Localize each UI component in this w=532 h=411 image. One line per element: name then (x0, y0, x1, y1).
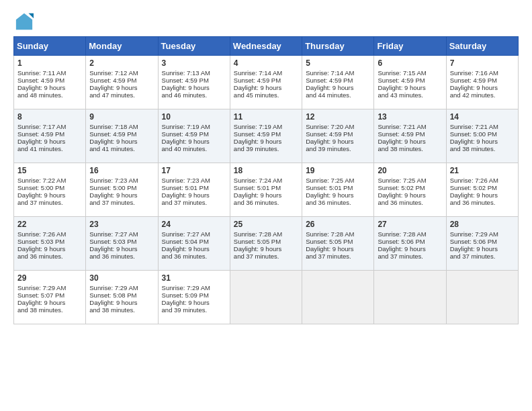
day-number: 21 (450, 166, 515, 175)
day-cell-21: 21Sunrise: 7:26 AMSunset: 5:02 PMDayligh… (446, 163, 518, 217)
day-info-line: and 38 minutes. (17, 306, 82, 314)
day-info-line: and 44 minutes. (306, 91, 370, 99)
day-number: 3 (162, 58, 226, 68)
day-info-line: and 39 minutes. (306, 145, 370, 152)
day-info-line: Sunset: 5:02 PM (450, 184, 515, 191)
day-info-line: Sunset: 5:00 PM (89, 184, 154, 191)
day-number: 8 (17, 112, 82, 122)
day-number: 4 (234, 58, 298, 68)
day-info-line: and 36 minutes. (89, 253, 154, 260)
day-number: 25 (234, 220, 298, 229)
day-info-line: Daylight: 9 hours (89, 245, 154, 253)
day-info-line: Sunrise: 7:28 AM (234, 230, 298, 238)
day-number: 6 (378, 58, 442, 68)
day-info-line: Daylight: 9 hours (306, 245, 370, 253)
day-info-line: Sunset: 5:03 PM (17, 238, 82, 245)
day-info-line: Daylight: 9 hours (162, 191, 226, 199)
day-info-line: Sunrise: 7:22 AM (17, 177, 82, 184)
day-info-line: Sunrise: 7:12 AM (89, 69, 154, 77)
day-number: 10 (162, 112, 226, 122)
day-info-line: and 36 minutes. (450, 199, 515, 206)
day-info-line: Sunset: 4:59 PM (89, 77, 154, 84)
col-header-saturday: Saturday (446, 37, 518, 56)
day-cell-30: 30Sunrise: 7:29 AMSunset: 5:08 PMDayligh… (86, 271, 158, 324)
day-info-line: Sunset: 5:01 PM (234, 184, 298, 191)
day-info-line: Daylight: 9 hours (17, 299, 82, 306)
day-number: 29 (17, 273, 82, 283)
col-header-monday: Monday (86, 37, 158, 56)
day-info-line: and 36 minutes. (162, 253, 226, 260)
day-info-line: Daylight: 9 hours (89, 299, 154, 306)
col-header-sunday: Sunday (14, 37, 86, 56)
day-info-line: Daylight: 9 hours (162, 299, 226, 306)
day-info-line: Daylight: 9 hours (162, 138, 226, 145)
week-row-5: 29Sunrise: 7:29 AMSunset: 5:07 PMDayligh… (14, 271, 519, 324)
day-info-line: and 39 minutes. (162, 306, 226, 314)
day-cell-25: 25Sunrise: 7:28 AMSunset: 5:05 PMDayligh… (230, 217, 302, 271)
day-number: 12 (306, 112, 370, 122)
day-cell-5: 5Sunrise: 7:14 AMSunset: 4:59 PMDaylight… (302, 56, 374, 109)
day-info-line: Sunset: 5:08 PM (89, 291, 154, 299)
day-info-line: Sunset: 5:06 PM (378, 238, 442, 245)
day-info-line: and 48 minutes. (17, 91, 82, 99)
day-info-line: Sunset: 5:07 PM (17, 291, 82, 299)
day-info-line: Sunset: 4:59 PM (378, 77, 442, 84)
day-info-line: Sunrise: 7:26 AM (17, 230, 82, 238)
day-info-line: and 42 minutes. (450, 91, 515, 99)
day-number: 19 (306, 166, 370, 175)
day-number: 27 (378, 220, 442, 229)
day-info-line: Sunrise: 7:27 AM (162, 230, 226, 238)
day-info-line: Daylight: 9 hours (89, 138, 154, 145)
day-info-line: and 36 minutes. (234, 199, 298, 206)
day-cell-31: 31Sunrise: 7:29 AMSunset: 5:09 PMDayligh… (158, 271, 230, 324)
day-info-line: Sunset: 5:01 PM (306, 184, 370, 191)
day-info-line: Daylight: 9 hours (234, 245, 298, 253)
day-info-line: Daylight: 9 hours (378, 245, 442, 253)
day-info-line: Sunset: 4:59 PM (234, 77, 298, 84)
day-number: 1 (17, 58, 82, 68)
day-cell-29: 29Sunrise: 7:29 AMSunset: 5:07 PMDayligh… (14, 271, 86, 324)
page-container: SundayMondayTuesdayWednesdayThursdayFrid… (0, 0, 532, 331)
day-info-line: Sunrise: 7:26 AM (450, 177, 515, 184)
day-number: 7 (450, 58, 515, 68)
day-info-line: Sunrise: 7:21 AM (378, 123, 442, 130)
week-row-2: 8Sunrise: 7:17 AMSunset: 4:59 PMDaylight… (14, 109, 519, 163)
day-info-line: Sunset: 4:59 PM (378, 130, 442, 138)
empty-cell (446, 271, 518, 324)
day-info-line: and 38 minutes. (378, 145, 442, 152)
week-row-3: 15Sunrise: 7:22 AMSunset: 5:00 PMDayligh… (14, 163, 519, 217)
day-cell-22: 22Sunrise: 7:26 AMSunset: 5:03 PMDayligh… (14, 217, 86, 271)
day-info-line: Sunrise: 7:13 AM (162, 69, 226, 77)
day-info-line: Sunset: 4:59 PM (450, 77, 515, 84)
day-info-line: Sunset: 4:59 PM (89, 130, 154, 138)
day-info-line: Daylight: 9 hours (234, 138, 298, 145)
day-info-line: Sunrise: 7:19 AM (234, 123, 298, 130)
day-info-line: Sunrise: 7:25 AM (378, 177, 442, 184)
day-info-line: Sunrise: 7:28 AM (378, 230, 442, 238)
day-cell-2: 2Sunrise: 7:12 AMSunset: 4:59 PMDaylight… (86, 56, 158, 109)
day-info-line: Sunrise: 7:17 AM (17, 123, 82, 130)
day-number: 13 (378, 112, 442, 122)
day-number: 17 (162, 166, 226, 175)
empty-cell (374, 271, 446, 324)
day-cell-19: 19Sunrise: 7:25 AMSunset: 5:01 PMDayligh… (302, 163, 374, 217)
empty-cell (230, 271, 302, 324)
svg-marker-0 (16, 13, 32, 30)
day-info-line: Daylight: 9 hours (306, 138, 370, 145)
day-info-line: Sunset: 5:02 PM (378, 184, 442, 191)
day-cell-16: 16Sunrise: 7:23 AMSunset: 5:00 PMDayligh… (86, 163, 158, 217)
day-info-line: and 37 minutes. (89, 199, 154, 206)
day-info-line: and 39 minutes. (234, 145, 298, 152)
day-info-line: and 43 minutes. (378, 91, 442, 99)
day-info-line: and 37 minutes. (17, 199, 82, 206)
day-info-line: Sunrise: 7:21 AM (450, 123, 515, 130)
day-cell-1: 1Sunrise: 7:11 AMSunset: 4:59 PMDaylight… (14, 56, 86, 109)
day-cell-11: 11Sunrise: 7:19 AMSunset: 4:59 PMDayligh… (230, 109, 302, 163)
day-cell-8: 8Sunrise: 7:17 AMSunset: 4:59 PMDaylight… (14, 109, 86, 163)
day-number: 9 (89, 112, 154, 122)
day-number: 24 (162, 220, 226, 229)
day-info-line: and 36 minutes. (306, 199, 370, 206)
day-cell-10: 10Sunrise: 7:19 AMSunset: 4:59 PMDayligh… (158, 109, 230, 163)
day-info-line: Sunset: 5:01 PM (162, 184, 226, 191)
day-info-line: Sunrise: 7:20 AM (306, 123, 370, 130)
